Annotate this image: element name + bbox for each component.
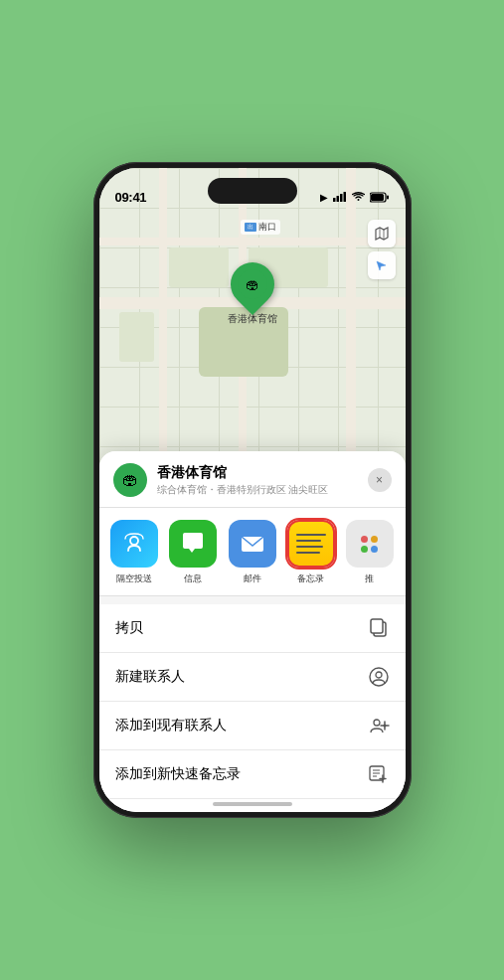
phone-screen: 09:41 ▶ [99,168,406,812]
map-block [119,312,154,362]
wifi-icon [352,192,365,202]
svg-point-15 [376,672,382,678]
airdrop-label: 隔空投送 [116,572,152,585]
mail-svg [239,530,266,558]
quick-note-icon [368,763,390,785]
notes-label: 备忘录 [297,572,324,585]
location-venue-icon: 🏟 [113,463,147,497]
notes-icon [287,520,335,568]
action-add-existing-label: 添加到现有联系人 [115,717,227,735]
battery-icon [370,192,390,203]
copy-icon [368,617,390,639]
exit-label-icon: 出 [245,223,256,232]
action-item-copy[interactable]: 拷贝 [99,604,406,653]
messages-icon [169,520,217,568]
airdrop-icon [110,520,158,568]
location-button[interactable] [368,251,396,279]
map-controls [368,220,396,283]
svg-rect-13 [371,619,383,633]
more-apps-icon [346,520,394,568]
action-list: 拷贝 新建联系人 [99,604,406,812]
mail-label: 邮件 [244,572,261,585]
map-road [99,238,406,245]
airdrop-svg [121,531,147,557]
status-icons: ▶ [320,192,390,203]
add-contact-icon [368,715,390,736]
action-new-contact-label: 新建联系人 [115,668,185,686]
action-item-new-contact[interactable]: 新建联系人 [99,653,406,702]
action-item-add-notes[interactable]: 添加到新快速备忘录 [99,750,406,799]
action-add-notes-label: 添加到新快速备忘录 [115,765,241,783]
svg-rect-2 [340,194,343,202]
venue-name: 香港体育馆 [157,464,358,482]
share-item-messages[interactable]: 信息 [164,520,223,585]
phone-frame: 09:41 ▶ [93,162,412,818]
map-pin[interactable]: 🏟 香港体育馆 [228,262,277,326]
svg-rect-1 [336,196,339,202]
messages-svg [179,530,207,558]
map-type-icon [375,227,389,241]
svg-rect-5 [371,194,384,201]
svg-point-16 [374,720,380,726]
map-type-button[interactable] [368,220,396,247]
more-label: 推 [365,572,374,585]
svg-rect-0 [333,198,336,202]
pin-bubble: 🏟 [221,253,282,315]
mail-icon [229,520,276,568]
pin-icon: 🏟 [238,269,267,299]
svg-rect-3 [343,192,346,202]
status-time: 09:41 [115,190,147,205]
location-icon [375,259,388,272]
bottom-sheet: 🏟 香港体育馆 综合体育馆・香港特别行政区 油尖旺区 × [99,451,406,812]
home-indicator [213,802,292,806]
location-info: 香港体育馆 综合体育馆・香港特别行政区 油尖旺区 [157,464,358,497]
location-arrow-icon: ▶ [320,192,328,203]
share-item-mail[interactable]: 邮件 [223,520,281,585]
action-item-add-existing[interactable]: 添加到现有联系人 [99,702,406,750]
new-contact-icon [368,666,390,688]
action-copy-label: 拷贝 [115,619,143,637]
signal-icon [333,192,347,202]
close-button[interactable]: × [368,468,392,492]
venue-subtitle: 综合体育馆・香港特别行政区 油尖旺区 [157,483,358,497]
notes-lines [289,522,333,566]
svg-point-10 [130,537,138,545]
svg-rect-6 [387,195,389,199]
dynamic-island [208,178,297,204]
map-block [169,247,229,287]
share-item-more[interactable]: 推 [340,520,399,585]
map-exit-label: 出 南口 [241,220,280,235]
messages-label: 信息 [184,572,202,585]
location-header: 🏟 香港体育馆 综合体育馆・香港特别行政区 油尖旺区 × [99,451,406,508]
share-item-notes[interactable]: 备忘录 [281,520,340,585]
share-item-airdrop[interactable]: 隔空投送 [105,520,164,585]
svg-marker-9 [377,261,386,270]
share-row: 隔空投送 信息 [99,508,406,596]
